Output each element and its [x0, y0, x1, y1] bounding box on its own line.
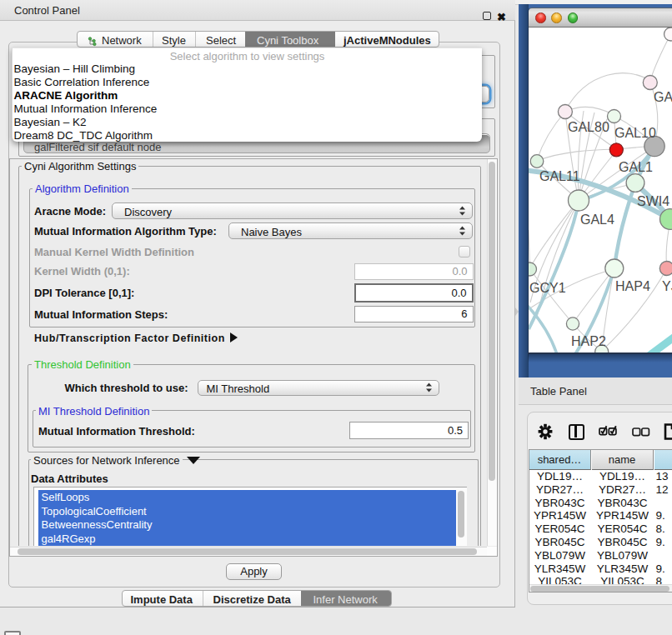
- svg-text:SWI4: SWI4: [637, 193, 669, 208]
- svg-text:GCY1: GCY1: [529, 281, 566, 295]
- svg-text:HAP2: HAP2: [571, 334, 606, 348]
- svg-text:GAL1: GAL1: [619, 159, 653, 173]
- svg-text:GAL11: GAL11: [539, 169, 580, 183]
- svg-text:GAL10: GAL10: [614, 125, 656, 139]
- svg-text:HAP4: HAP4: [615, 278, 650, 292]
- svg-text:YJL: YJL: [662, 278, 672, 292]
- svg-text:GAL4: GAL4: [580, 212, 614, 227]
- svg-text:GAL80: GAL80: [568, 119, 609, 133]
- svg-text:GAL7: GAL7: [654, 90, 672, 104]
